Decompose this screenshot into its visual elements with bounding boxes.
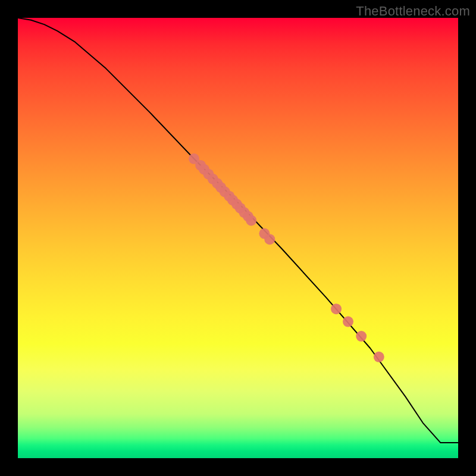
watermark-text: TheBottleneck.com [356, 4, 470, 19]
data-point [356, 331, 367, 342]
plot-area [18, 18, 458, 458]
chart-overlay-svg [18, 18, 458, 458]
data-point [246, 215, 256, 226]
data-point [331, 303, 342, 314]
data-point [264, 234, 275, 245]
chart-stage: TheBottleneck.com [0, 0, 476, 476]
curve-path [18, 18, 458, 443]
data-point [343, 317, 353, 327]
data-point [374, 352, 384, 362]
curve-line [18, 18, 458, 443]
